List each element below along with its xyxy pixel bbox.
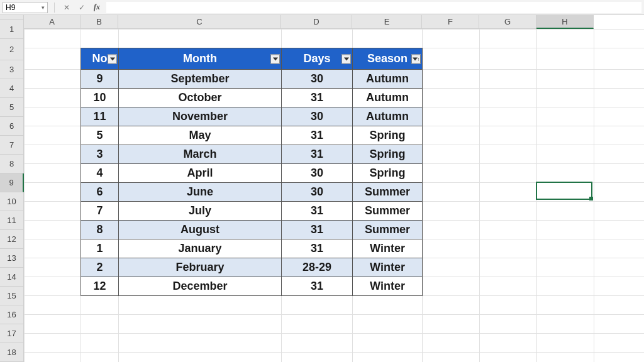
table-row: 3March31Spring [81, 145, 423, 164]
cell-season[interactable]: Summer [353, 221, 423, 239]
select-all-corner[interactable] [0, 15, 24, 20]
row-header-3[interactable]: 3 [0, 60, 24, 79]
row-header-2[interactable]: 2 [0, 39, 24, 60]
cell-days[interactable]: 31 [282, 221, 353, 239]
cell-no[interactable]: 12 [81, 277, 119, 296]
column-header-G[interactable]: G [479, 15, 536, 29]
cell-month[interactable]: September [119, 70, 282, 89]
cell-season[interactable]: Spring [353, 126, 423, 145]
row-header-10[interactable]: 10 [0, 192, 24, 211]
fx-icon[interactable]: fx [91, 3, 103, 12]
cell-season[interactable]: Winter [353, 277, 423, 296]
table-row: 8August31Summer [81, 221, 423, 239]
column-header-H[interactable]: H [536, 15, 594, 29]
row-header-9[interactable]: 9 [0, 173, 24, 192]
cell-month[interactable]: October [119, 89, 282, 107]
cell-days[interactable]: 31 [282, 277, 353, 296]
row-header-12[interactable]: 12 [0, 230, 24, 249]
cancel-icon[interactable]: ✕ [61, 3, 72, 12]
row-header-16[interactable]: 16 [0, 305, 24, 324]
formula-input[interactable] [106, 2, 641, 13]
cell-no[interactable]: 11 [81, 107, 119, 126]
name-box[interactable]: H9 ▾ [3, 2, 48, 13]
cell-season[interactable]: Winter [353, 258, 423, 277]
cell-season[interactable]: Autumn [353, 70, 423, 89]
cell-month[interactable]: April [119, 164, 282, 183]
check-icon[interactable]: ✓ [76, 3, 87, 12]
column-header-F[interactable]: F [422, 15, 479, 29]
filter-button-no[interactable] [108, 54, 117, 63]
cell-season[interactable]: Summer [353, 202, 423, 221]
data-table: NoMonthDaysSeason9September30Autumn10Oct… [80, 48, 423, 296]
column-header-E[interactable]: E [352, 15, 422, 29]
row-header-15[interactable]: 15 [0, 287, 24, 305]
cell-season[interactable]: Spring [353, 145, 423, 164]
dropdown-arrow-icon [413, 57, 418, 60]
table-header-days[interactable]: Days [282, 48, 353, 70]
column-header-D[interactable]: D [281, 15, 352, 29]
row-header-8[interactable]: 8 [0, 155, 24, 173]
table-header-month[interactable]: Month [119, 48, 282, 70]
cell-season[interactable]: Autumn [353, 89, 423, 107]
cell-no[interactable]: 9 [81, 70, 119, 89]
cell-no[interactable]: 8 [81, 221, 119, 239]
table-header-no[interactable]: No [81, 48, 119, 70]
filter-button-days[interactable] [341, 54, 351, 63]
cells-area[interactable]: NoMonthDaysSeason9September30Autumn10Oct… [24, 29, 644, 362]
row-header-6[interactable]: 6 [0, 117, 24, 136]
cell-month[interactable]: August [119, 221, 282, 239]
cell-days[interactable]: 30 [282, 183, 353, 202]
dropdown-arrow-icon [110, 57, 115, 60]
cell-month[interactable]: July [119, 202, 282, 221]
cell-no[interactable]: 2 [81, 258, 119, 277]
cell-season[interactable]: Summer [353, 183, 423, 202]
cell-no[interactable]: 7 [81, 202, 119, 221]
cell-month[interactable]: November [119, 107, 282, 126]
row-header-7[interactable]: 7 [0, 136, 24, 155]
cell-days[interactable]: 31 [282, 126, 353, 145]
column-header-B[interactable]: B [80, 15, 118, 29]
cell-days[interactable]: 30 [282, 164, 353, 183]
chevron-down-icon: ▾ [42, 4, 45, 11]
cell-days[interactable]: 31 [282, 145, 353, 164]
filter-button-month[interactable] [270, 54, 280, 63]
cell-month[interactable]: December [119, 277, 282, 296]
cell-month[interactable]: March [119, 145, 282, 164]
cell-month[interactable]: June [119, 183, 282, 202]
row-header-14[interactable]: 14 [0, 268, 24, 287]
separator [54, 3, 55, 13]
cell-no[interactable]: 6 [81, 183, 119, 202]
row-header-5[interactable]: 5 [0, 98, 24, 117]
cell-days[interactable]: 30 [282, 70, 353, 89]
cell-month[interactable]: January [119, 239, 282, 258]
cell-no[interactable]: 3 [81, 145, 119, 164]
table-row: 9September30Autumn [81, 70, 423, 89]
cell-no[interactable]: 1 [81, 239, 119, 258]
cell-days[interactable]: 31 [282, 89, 353, 107]
column-header-C[interactable]: C [118, 15, 281, 29]
cell-days[interactable]: 31 [282, 202, 353, 221]
cell-days[interactable]: 30 [282, 107, 353, 126]
row-header-18[interactable]: 18 [0, 343, 24, 362]
cell-days[interactable]: 31 [282, 239, 353, 258]
row-header-1[interactable]: 1 [0, 20, 24, 39]
cell-no[interactable]: 4 [81, 164, 119, 183]
table-row: 11November30Autumn [81, 107, 423, 126]
formula-bar: H9 ▾ ✕ ✓ fx [0, 0, 644, 15]
filter-button-season[interactable] [411, 54, 421, 63]
cell-no[interactable]: 10 [81, 89, 119, 107]
cell-month[interactable]: February [119, 258, 282, 277]
row-header-13[interactable]: 13 [0, 249, 24, 268]
column-header-A[interactable]: A [24, 15, 80, 29]
row-headers: 123456789101112131415161718 [0, 20, 24, 362]
row-header-4[interactable]: 4 [0, 79, 24, 98]
row-header-11[interactable]: 11 [0, 211, 24, 230]
cell-season[interactable]: Autumn [353, 107, 423, 126]
cell-no[interactable]: 5 [81, 126, 119, 145]
cell-days[interactable]: 28-29 [282, 258, 353, 277]
cell-season[interactable]: Winter [353, 239, 423, 258]
cell-month[interactable]: May [119, 126, 282, 145]
cell-season[interactable]: Spring [353, 164, 423, 183]
table-header-season[interactable]: Season [353, 48, 423, 70]
row-header-17[interactable]: 17 [0, 324, 24, 343]
